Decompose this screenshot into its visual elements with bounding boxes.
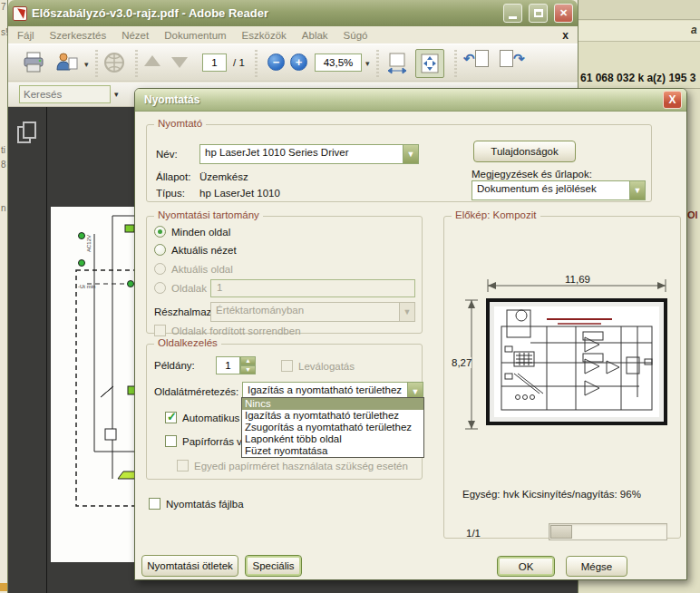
checkbox-checked-icon[interactable] <box>165 412 177 423</box>
page-number-input[interactable] <box>202 53 227 72</box>
printer-name-combo[interactable]: hp LaserJet 1010 Series Driver ▼ <box>199 144 419 164</box>
email-button[interactable] <box>53 50 81 75</box>
zoom-in-button[interactable]: + <box>290 53 307 71</box>
properties-button[interactable]: Tulajdonságok <box>473 141 576 162</box>
copies-stepper[interactable]: ▲ ▼ <box>240 356 256 374</box>
down-arrow-icon <box>171 57 188 68</box>
width-dimension-value: 11,69 <box>560 274 595 285</box>
printer-type-label: Típus: <box>156 188 185 199</box>
spin-down-icon[interactable]: ▼ <box>240 365 256 374</box>
printer-name-value: hp LaserJet 1010 Series Driver <box>200 145 403 163</box>
taskbar-fragment <box>0 583 7 591</box>
dropdown-option[interactable]: Zsugorítás a nyomtatható területhez <box>242 422 423 433</box>
close-window-button[interactable]: ✕ <box>554 4 573 23</box>
left-fragment: 8 <box>1 160 6 170</box>
subset-value: Értéktartományban <box>211 303 399 321</box>
updates-button <box>102 51 126 74</box>
chevron-down-icon: ▼ <box>399 303 414 321</box>
dropdown-option-selected[interactable]: Nincs <box>242 398 423 410</box>
zoom-out-icon: − <box>267 53 285 71</box>
maximize-icon <box>534 9 543 17</box>
nav-pane-divider[interactable] <box>46 107 47 593</box>
advanced-button[interactable]: Speciális <box>245 555 302 577</box>
menu-file[interactable]: Fájl <box>17 30 34 41</box>
dropdown-option[interactable]: Igazítás a nyomtatható területhez <box>242 410 423 422</box>
print-dialog-titlebar[interactable]: Nyomtatás X <box>135 89 686 112</box>
search-input[interactable] <box>19 85 111 103</box>
reader-titlebar[interactable]: Előszabályzó-v3.0-rajz.pdf - Adobe Reade… <box>8 0 578 26</box>
pages-range-input: 1 <box>210 279 415 297</box>
print-range-group-label: Nyomtatási tartomány <box>154 209 263 220</box>
comments-forms-combo[interactable]: Dokumentum és jelölések ▼ <box>472 180 646 200</box>
current-view-radio-row[interactable]: Aktuális nézet <box>154 244 237 256</box>
background-info-text: 61 068 032 k a(z) 195 3 <box>580 72 695 84</box>
zoom-dropdown-arrow[interactable]: ▾ <box>365 59 370 68</box>
reverse-pages-row: Oldalak fordított sorrendben <box>154 325 301 336</box>
print-dialog: Nyomtatás X Nyomtató Név: hp LaserJet 10… <box>134 88 687 580</box>
menu-tools[interactable]: Eszközök <box>242 30 287 41</box>
current-page-label: Aktuális oldal <box>171 264 233 275</box>
custom-paper-row: Egyedi papírméret használata szükség ese… <box>177 460 408 471</box>
page-icon <box>475 50 489 67</box>
dropdown-option[interactable]: Füzet nyomtatása <box>242 445 423 457</box>
comments-forms-value: Dokumentum és jelölések <box>472 181 629 199</box>
print-button[interactable] <box>21 50 46 75</box>
rotate-left-icon: ↶ <box>463 51 475 67</box>
radio-icon[interactable] <box>154 244 166 256</box>
printer-name-label: Név: <box>156 149 178 160</box>
comments-forms-label: Megjegyzések és űrlapok: <box>472 169 592 180</box>
preview-schematic <box>494 306 659 417</box>
zoom-in-icon: + <box>290 53 307 71</box>
subset-combo: Értéktartományban ▼ <box>210 302 415 322</box>
rotate-left-button[interactable]: ↶ <box>463 50 489 67</box>
maximize-button[interactable] <box>529 4 548 23</box>
toolbar-separator <box>135 50 138 77</box>
dropdown-option[interactable]: Laponként több oldal <box>242 433 423 445</box>
svg-text:AC12V: AC12V <box>86 235 92 252</box>
spin-up-icon[interactable]: ▲ <box>240 356 256 365</box>
email-dropdown-arrow[interactable]: ▾ <box>84 60 89 69</box>
all-pages-radio-row[interactable]: Minden oldal <box>154 226 230 238</box>
preview-group-label: Előkép: Kompozit <box>452 209 540 220</box>
ok-button[interactable]: OK <box>497 556 555 577</box>
dialog-close-button[interactable]: X <box>663 91 682 109</box>
page-icon <box>500 50 513 67</box>
printing-tips-button[interactable]: Nyomtatási ötletek <box>141 555 238 577</box>
slider-thumb[interactable] <box>550 525 572 539</box>
printer-status-value: Üzemkész <box>199 171 248 182</box>
fit-page-button[interactable] <box>415 49 444 78</box>
printer-type-value: hp LaserJet 1010 <box>199 188 280 199</box>
search-dropdown-arrow[interactable]: ▾ <box>114 90 119 99</box>
print-to-file-row[interactable]: Nyomtatás fájlba <box>149 498 244 510</box>
printer-group: Nyomtató Név: hp LaserJet 1010 Series Dr… <box>146 124 652 202</box>
svg-text:-Ut min: -Ut min <box>78 284 95 289</box>
all-pages-label: Minden oldal <box>171 227 230 238</box>
minimize-button[interactable] <box>503 4 522 23</box>
menu-edit[interactable]: Szerkesztés <box>50 30 107 41</box>
checkbox-disabled-icon <box>154 325 166 336</box>
chevron-down-icon[interactable]: ▼ <box>403 145 418 163</box>
chevron-down-icon[interactable]: ▼ <box>629 181 645 199</box>
radio-selected-icon[interactable] <box>154 226 166 238</box>
menu-document[interactable]: Dokumentum <box>164 30 226 41</box>
cancel-button[interactable]: Mégse <box>566 556 627 577</box>
preview-page-slider[interactable] <box>549 523 667 540</box>
zoom-out-button[interactable]: − <box>267 53 285 71</box>
minimize-icon <box>509 16 517 19</box>
pages-radio-row: Oldalak <box>154 282 207 294</box>
zoom-level-combo[interactable]: 43,5% <box>315 53 362 72</box>
print-dialog-title: Nyomtatás <box>144 93 663 106</box>
checkbox-icon[interactable] <box>165 435 177 447</box>
menu-view[interactable]: Nézet <box>122 30 149 41</box>
toolbar-close-icon[interactable]: x <box>562 29 569 42</box>
pdf-app-icon <box>13 6 27 21</box>
copies-input[interactable]: 1 <box>216 356 240 374</box>
checkbox-icon[interactable] <box>149 498 160 510</box>
background-fragment: Ol <box>687 209 698 220</box>
rotate-right-button[interactable]: ↷ <box>500 50 525 67</box>
fit-width-button[interactable] <box>384 51 411 76</box>
menu-help[interactable]: Súgó <box>344 30 368 41</box>
menu-window[interactable]: Ablak <box>302 30 328 41</box>
background-fragment: a <box>691 24 697 36</box>
pages-panel-icon[interactable] <box>17 122 39 145</box>
